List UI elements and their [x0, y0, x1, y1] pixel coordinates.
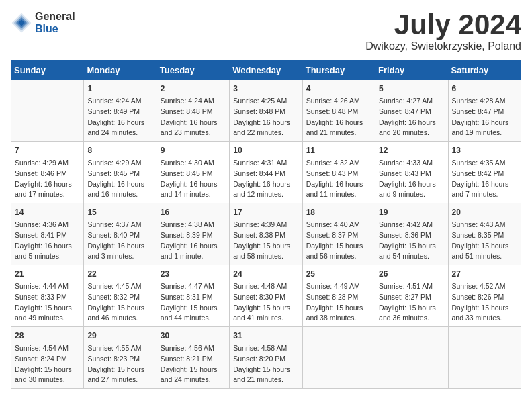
sunrise-text: Sunrise: 4:45 AM [87, 282, 141, 290]
daylight-text: Daylight: 15 hours and 41 minutes. [233, 304, 290, 322]
table-row: 16 Sunrise: 4:38 AM Sunset: 8:39 PM Dayl… [157, 203, 229, 265]
sunset-text: Sunset: 8:36 PM [379, 231, 431, 239]
sunrise-text: Sunrise: 4:25 AM [233, 97, 287, 105]
daylight-text: Daylight: 15 hours and 38 minutes. [306, 304, 363, 322]
day-number: 21 [15, 268, 80, 280]
sunset-text: Sunset: 8:43 PM [379, 169, 431, 177]
sunset-text: Sunset: 8:27 PM [379, 293, 431, 301]
day-number: 6 [452, 83, 517, 95]
daylight-text: Daylight: 16 hours and 17 minutes. [15, 180, 72, 199]
sunrise-text: Sunrise: 4:55 AM [87, 344, 141, 352]
col-sunday: Sunday [11, 61, 84, 80]
day-number: 9 [161, 144, 226, 156]
sunrise-text: Sunrise: 4:24 AM [87, 97, 141, 105]
sunset-text: Sunset: 8:44 PM [233, 169, 285, 177]
calendar-table: Sunday Monday Tuesday Wednesday Thursday… [11, 60, 521, 389]
table-row: 10 Sunrise: 4:31 AM Sunset: 8:44 PM Dayl… [230, 142, 302, 203]
logo-icon [11, 12, 32, 34]
sunset-text: Sunset: 8:24 PM [15, 355, 67, 363]
sunrise-text: Sunrise: 4:58 AM [233, 344, 287, 352]
sunset-text: Sunset: 8:33 PM [15, 293, 67, 301]
table-row: 30 Sunrise: 4:56 AM Sunset: 8:21 PM Dayl… [157, 327, 229, 389]
table-row: 11 Sunrise: 4:32 AM Sunset: 8:43 PM Dayl… [302, 142, 375, 203]
day-number: 16 [161, 206, 226, 218]
sunset-text: Sunset: 8:23 PM [87, 355, 140, 363]
sunrise-text: Sunrise: 4:31 AM [233, 158, 287, 167]
day-number: 7 [15, 144, 80, 156]
day-number: 15 [87, 206, 152, 218]
day-number: 2 [161, 83, 226, 95]
sunrise-text: Sunrise: 4:40 AM [306, 220, 360, 228]
table-row: 29 Sunrise: 4:55 AM Sunset: 8:23 PM Dayl… [84, 327, 157, 389]
table-row: 1 Sunrise: 4:24 AM Sunset: 8:49 PM Dayli… [84, 80, 157, 142]
table-row: 7 Sunrise: 4:29 AM Sunset: 8:46 PM Dayli… [11, 142, 84, 203]
day-number: 4 [306, 83, 371, 95]
calendar-header-row: Sunday Monday Tuesday Wednesday Thursday… [11, 61, 521, 80]
sunrise-text: Sunrise: 4:43 AM [452, 220, 506, 228]
daylight-text: Daylight: 15 hours and 58 minutes. [233, 242, 290, 261]
day-number: 25 [306, 268, 371, 280]
day-number: 20 [452, 206, 517, 218]
table-row: 21 Sunrise: 4:44 AM Sunset: 8:33 PM Dayl… [11, 265, 84, 327]
day-number: 23 [161, 268, 226, 280]
daylight-text: Daylight: 15 hours and 54 minutes. [379, 242, 436, 261]
table-row: 28 Sunrise: 4:54 AM Sunset: 8:24 PM Dayl… [11, 327, 84, 389]
table-row: 26 Sunrise: 4:51 AM Sunset: 8:27 PM Dayl… [375, 265, 448, 327]
calendar-week-row: 1 Sunrise: 4:24 AM Sunset: 8:49 PM Dayli… [11, 80, 521, 142]
daylight-text: Daylight: 15 hours and 46 minutes. [87, 304, 144, 322]
sunrise-text: Sunrise: 4:36 AM [15, 220, 69, 228]
daylight-text: Daylight: 15 hours and 30 minutes. [15, 365, 72, 384]
table-row: 14 Sunrise: 4:36 AM Sunset: 8:41 PM Dayl… [11, 203, 84, 265]
sunset-text: Sunset: 8:39 PM [161, 231, 213, 239]
sunset-text: Sunset: 8:48 PM [306, 107, 359, 116]
sunset-text: Sunset: 8:38 PM [233, 231, 285, 239]
sunset-text: Sunset: 8:30 PM [233, 293, 285, 301]
sunset-text: Sunset: 8:41 PM [15, 231, 67, 239]
sunrise-text: Sunrise: 4:54 AM [15, 344, 69, 352]
sunrise-text: Sunrise: 4:48 AM [233, 282, 287, 290]
title-section: July 2024 Dwikozy, Swietokrzyskie, Polan… [365, 11, 521, 52]
calendar-week-row: 7 Sunrise: 4:29 AM Sunset: 8:46 PM Dayli… [11, 142, 521, 203]
sunrise-text: Sunrise: 4:44 AM [15, 282, 69, 290]
table-row [375, 327, 448, 389]
table-row: 20 Sunrise: 4:43 AM Sunset: 8:35 PM Dayl… [448, 203, 521, 265]
table-row: 13 Sunrise: 4:35 AM Sunset: 8:42 PM Dayl… [448, 142, 521, 203]
table-row: 4 Sunrise: 4:26 AM Sunset: 8:48 PM Dayli… [302, 80, 375, 142]
table-row: 24 Sunrise: 4:48 AM Sunset: 8:30 PM Dayl… [230, 265, 302, 327]
sunrise-text: Sunrise: 4:28 AM [452, 97, 506, 105]
table-row: 15 Sunrise: 4:37 AM Sunset: 8:40 PM Dayl… [84, 203, 157, 265]
day-number: 12 [379, 144, 444, 156]
sunrise-text: Sunrise: 4:27 AM [379, 97, 433, 105]
sunrise-text: Sunrise: 4:51 AM [379, 282, 433, 290]
daylight-text: Daylight: 15 hours and 21 minutes. [233, 365, 290, 384]
table-row: 9 Sunrise: 4:30 AM Sunset: 8:45 PM Dayli… [157, 142, 229, 203]
sunset-text: Sunset: 8:49 PM [87, 107, 140, 116]
table-row: 5 Sunrise: 4:27 AM Sunset: 8:47 PM Dayli… [375, 80, 448, 142]
daylight-text: Daylight: 16 hours and 24 minutes. [87, 118, 144, 137]
day-number: 5 [379, 83, 444, 95]
sunrise-text: Sunrise: 4:24 AM [161, 97, 214, 105]
sunrise-text: Sunrise: 4:52 AM [452, 282, 506, 290]
sunrise-text: Sunrise: 4:38 AM [161, 220, 214, 228]
table-row [448, 327, 521, 389]
daylight-text: Daylight: 16 hours and 5 minutes. [15, 242, 72, 261]
table-row: 25 Sunrise: 4:49 AM Sunset: 8:28 PM Dayl… [302, 265, 375, 327]
day-number: 17 [233, 206, 298, 218]
day-number: 1 [87, 83, 152, 95]
daylight-text: Daylight: 15 hours and 56 minutes. [306, 242, 363, 261]
daylight-text: Daylight: 16 hours and 19 minutes. [452, 118, 509, 137]
day-number: 29 [87, 330, 152, 342]
daylight-text: Daylight: 16 hours and 16 minutes. [87, 180, 144, 199]
sunrise-text: Sunrise: 4:26 AM [306, 97, 360, 105]
sunrise-text: Sunrise: 4:37 AM [87, 220, 141, 228]
day-number: 27 [452, 268, 517, 280]
sunset-text: Sunset: 8:47 PM [379, 107, 431, 116]
day-number: 31 [233, 330, 298, 342]
sunset-text: Sunset: 8:28 PM [306, 293, 359, 301]
col-friday: Friday [375, 61, 448, 80]
sunset-text: Sunset: 8:26 PM [452, 293, 504, 301]
day-number: 3 [233, 83, 298, 95]
logo: General Blue [11, 11, 75, 34]
sunset-text: Sunset: 8:37 PM [306, 231, 359, 239]
sunrise-text: Sunrise: 4:29 AM [15, 158, 69, 167]
